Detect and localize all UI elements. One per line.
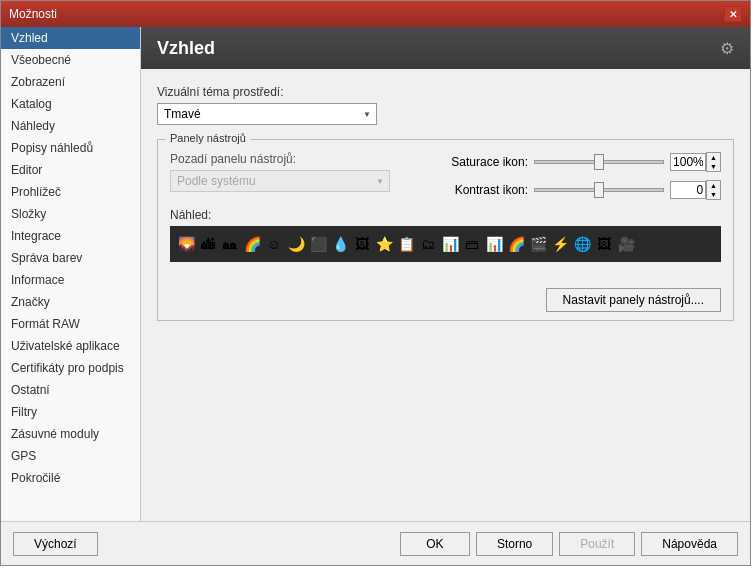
footer-right: OK Storno Použít Nápověda	[400, 532, 738, 556]
toolbar-preview-icon-4: ☺	[264, 234, 284, 254]
toolbar-preview-icon-18: 🌐	[572, 234, 592, 254]
toolbar-controls-row: Pozadí panelu nástrojů: Podle systému	[170, 152, 721, 200]
apply-button[interactable]: Použít	[559, 532, 635, 556]
saturation-value-input[interactable]	[670, 153, 706, 171]
content-area: VzhledVšeobecnéZobrazeníKatalogNáhledyPo…	[1, 27, 750, 521]
panel-header: Vzhled ⚙	[141, 27, 750, 69]
sidebar-item-gps[interactable]: GPS	[1, 445, 140, 467]
slider-col: Saturace ikon: ▲ ▼	[428, 152, 721, 200]
toolbar-preview-icon-1: 🏙	[198, 234, 218, 254]
cancel-button[interactable]: Storno	[476, 532, 553, 556]
saturation-row: Saturace ikon: ▲ ▼	[428, 152, 721, 172]
sidebar-item-všeobecné[interactable]: Všeobecné	[1, 49, 140, 71]
toolbar-preview-icon-19: 🖼	[594, 234, 614, 254]
contrast-label: Kontrast ikon:	[428, 183, 528, 197]
bg-col: Pozadí panelu nástrojů: Podle systému	[170, 152, 390, 192]
contrast-slider[interactable]	[534, 188, 664, 192]
contrast-value-box: ▲ ▼	[670, 180, 721, 200]
sidebar: VzhledVšeobecnéZobrazeníKatalogNáhledyPo…	[1, 27, 141, 521]
toolbar-bg-dropdown-container: Podle systému	[170, 170, 390, 192]
visual-theme-row: TmavéSvětléSystémové	[157, 103, 734, 125]
help-button[interactable]: Nápověda	[641, 532, 738, 556]
sidebar-item-zásuvné-moduly[interactable]: Zásuvné moduly	[1, 423, 140, 445]
sidebar-item-integrace[interactable]: Integrace	[1, 225, 140, 247]
panel-content: Vizuální téma prostředí: TmavéSvětléSyst…	[141, 69, 750, 521]
contrast-row: Kontrast ikon: ▲ ▼	[428, 180, 721, 200]
toolbar-preview-icon-9: ⭐	[374, 234, 394, 254]
footer: Výchozí OK Storno Použít Nápověda	[1, 521, 750, 565]
toolbar-preview-icon-16: 🎬	[528, 234, 548, 254]
close-button[interactable]: ✕	[724, 6, 742, 22]
toolbar-preview: 🌄🏙🏘🌈☺🌙⬛💧🖼⭐📋🗂📊🗃📊🌈🎬⚡🌐🖼🎥	[170, 226, 721, 262]
toolbar-preview-icon-13: 🗃	[462, 234, 482, 254]
contrast-down[interactable]: ▼	[707, 190, 720, 199]
sidebar-item-složky[interactable]: Složky	[1, 203, 140, 225]
sidebar-item-správa-barev[interactable]: Správa barev	[1, 247, 140, 269]
saturation-spin: ▲ ▼	[706, 152, 721, 172]
sidebar-item-uživatelské-aplikace[interactable]: Uživatelské aplikace	[1, 335, 140, 357]
toolbar-bg-select[interactable]: Podle systému	[170, 170, 390, 192]
visual-theme-label: Vizuální téma prostředí:	[157, 85, 734, 99]
sidebar-item-prohlížeč[interactable]: Prohlížeč	[1, 181, 140, 203]
sidebar-item-filtry[interactable]: Filtry	[1, 401, 140, 423]
toolbar-panel-group: Panely nástrojů Pozadí panelu nástrojů: …	[157, 139, 734, 321]
saturation-up[interactable]: ▲	[707, 153, 720, 162]
toolbar-preview-icon-12: 📊	[440, 234, 460, 254]
toolbar-preview-icon-11: 🗂	[418, 234, 438, 254]
sidebar-item-pokročilé[interactable]: Pokročilé	[1, 467, 140, 489]
sidebar-item-značky[interactable]: Značky	[1, 291, 140, 313]
toolbar-preview-icon-14: 📊	[484, 234, 504, 254]
toolbar-preview-icon-3: 🌈	[242, 234, 262, 254]
default-button[interactable]: Výchozí	[13, 532, 98, 556]
toolbar-bg-label: Pozadí panelu nástrojů:	[170, 152, 390, 166]
sidebar-item-zobrazení[interactable]: Zobrazení	[1, 71, 140, 93]
preview-label: Náhled:	[170, 208, 721, 222]
ok-button[interactable]: OK	[400, 532, 470, 556]
saturation-down[interactable]: ▼	[707, 162, 720, 171]
toolbar-panel-legend: Panely nástrojů	[166, 132, 250, 144]
toolbar-preview-icon-6: ⬛	[308, 234, 328, 254]
sidebar-item-formát-raw[interactable]: Formát RAW	[1, 313, 140, 335]
saturation-slider[interactable]	[534, 160, 664, 164]
sidebar-item-certifikáty-pro-podpis[interactable]: Certifikáty pro podpis	[1, 357, 140, 379]
sidebar-item-popisy-náhledů[interactable]: Popisy náhledů	[1, 137, 140, 159]
saturation-label: Saturace ikon:	[428, 155, 528, 169]
sidebar-item-editor[interactable]: Editor	[1, 159, 140, 181]
toolbar-body: Pozadí panelu nástrojů: Podle systému	[170, 152, 721, 312]
toolbar-preview-icon-8: 🖼	[352, 234, 372, 254]
sidebar-item-informace[interactable]: Informace	[1, 269, 140, 291]
contrast-up[interactable]: ▲	[707, 181, 720, 190]
toolbar-preview-icon-7: 💧	[330, 234, 350, 254]
title-bar: Možnosti ✕	[1, 1, 750, 27]
panel-title: Vzhled	[157, 38, 215, 59]
visual-theme-select[interactable]: TmavéSvětléSystémové	[157, 103, 377, 125]
main-panel: Vzhled ⚙ Vizuální téma prostředí: TmavéS…	[141, 27, 750, 521]
sidebar-item-vzhled[interactable]: Vzhled	[1, 27, 140, 49]
toolbar-preview-icon-5: 🌙	[286, 234, 306, 254]
setup-btn-row: Nastavit panely nástrojů....	[170, 288, 721, 312]
main-window: Možnosti ✕ VzhledVšeobecnéZobrazeníKatal…	[0, 0, 751, 566]
window-title: Možnosti	[9, 7, 57, 21]
contrast-spin: ▲ ▼	[706, 180, 721, 200]
toolbar-preview-icon-15: 🌈	[506, 234, 526, 254]
sidebar-item-katalog[interactable]: Katalog	[1, 93, 140, 115]
window-body: VzhledVšeobecnéZobrazeníKatalogNáhledyPo…	[1, 27, 750, 565]
sidebar-item-náhledy[interactable]: Náhledy	[1, 115, 140, 137]
toolbar-preview-icon-17: ⚡	[550, 234, 570, 254]
setup-toolbar-button[interactable]: Nastavit panely nástrojů....	[546, 288, 721, 312]
saturation-value-box: ▲ ▼	[670, 152, 721, 172]
contrast-value-input[interactable]	[670, 181, 706, 199]
preview-section: Náhled: 🌄🏙🏘🌈☺🌙⬛💧🖼⭐📋🗂📊🗃📊🌈🎬⚡🌐🖼🎥	[170, 208, 721, 262]
gear-icon: ⚙	[720, 39, 734, 58]
toolbar-preview-icon-10: 📋	[396, 234, 416, 254]
toolbar-preview-icon-20: 🎥	[616, 234, 636, 254]
sidebar-item-ostatní[interactable]: Ostatní	[1, 379, 140, 401]
footer-left: Výchozí	[13, 532, 98, 556]
visual-theme-dropdown-container: TmavéSvětléSystémové	[157, 103, 377, 125]
toolbar-preview-icon-2: 🏘	[220, 234, 240, 254]
toolbar-preview-icon-0: 🌄	[176, 234, 196, 254]
